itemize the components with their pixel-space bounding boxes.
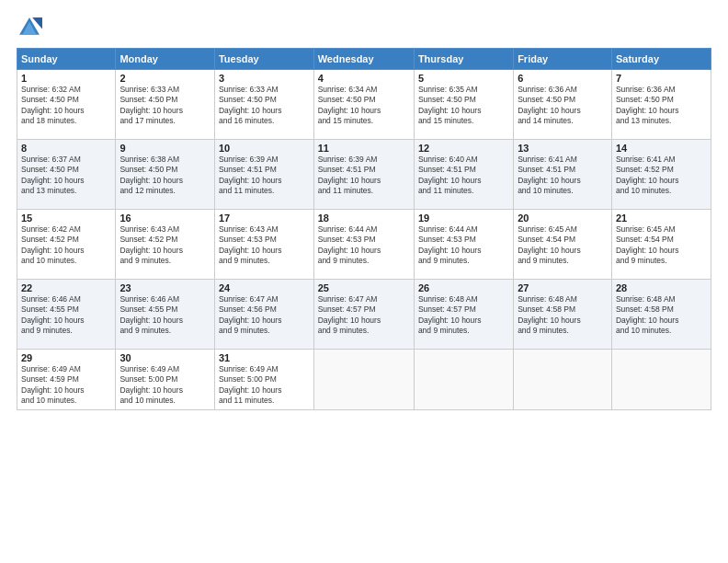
day-number: 24 [219,282,310,293]
calendar-cell: 1Sunrise: 6:32 AM Sunset: 4:50 PM Daylig… [17,70,116,140]
calendar-cell: 7Sunrise: 6:36 AM Sunset: 4:50 PM Daylig… [611,70,711,140]
day-info: Sunrise: 6:43 AM Sunset: 4:53 PM Dayligh… [219,224,310,267]
calendar-cell: 11Sunrise: 6:39 AM Sunset: 4:51 PM Dayli… [313,140,414,210]
day-info: Sunrise: 6:39 AM Sunset: 4:51 PM Dayligh… [219,155,310,197]
calendar-cell: 30Sunrise: 6:49 AM Sunset: 5:00 PM Dayli… [116,350,215,410]
day-number: 18 [318,213,410,224]
calendar-cell: 10Sunrise: 6:39 AM Sunset: 4:51 PM Dayli… [214,140,313,210]
calendar-header-monday: Monday [116,49,215,70]
calendar-cell: 6Sunrise: 6:36 AM Sunset: 4:50 PM Daylig… [514,70,612,140]
day-info: Sunrise: 6:34 AM Sunset: 4:50 PM Dayligh… [318,85,410,127]
day-info: Sunrise: 6:49 AM Sunset: 5:00 PM Dayligh… [119,364,210,407]
calendar-cell: 22Sunrise: 6:46 AM Sunset: 4:55 PM Dayli… [17,280,116,350]
day-info: Sunrise: 6:48 AM Sunset: 4:57 PM Dayligh… [418,294,509,337]
calendar-cell [414,350,513,410]
day-info: Sunrise: 6:41 AM Sunset: 4:51 PM Dayligh… [518,155,608,197]
day-number: 26 [418,282,509,293]
calendar-cell: 29Sunrise: 6:49 AM Sunset: 4:59 PM Dayli… [17,350,116,410]
day-info: Sunrise: 6:46 AM Sunset: 4:55 PM Dayligh… [119,294,210,337]
day-info: Sunrise: 6:33 AM Sunset: 4:50 PM Dayligh… [219,85,310,127]
day-number: 25 [318,282,410,293]
calendar-cell: 18Sunrise: 6:44 AM Sunset: 4:53 PM Dayli… [313,210,414,280]
calendar-week-row: 1Sunrise: 6:32 AM Sunset: 4:50 PM Daylig… [17,70,711,140]
day-info: Sunrise: 6:36 AM Sunset: 4:50 PM Dayligh… [616,85,707,127]
calendar-header-sunday: Sunday [17,49,116,70]
day-info: Sunrise: 6:33 AM Sunset: 4:50 PM Dayligh… [119,85,210,127]
calendar-cell: 31Sunrise: 6:49 AM Sunset: 5:00 PM Dayli… [214,350,313,410]
day-number: 28 [616,282,707,293]
day-number: 14 [616,143,707,154]
logo-icon [17,15,42,40]
day-number: 31 [219,352,310,363]
calendar-cell: 19Sunrise: 6:44 AM Sunset: 4:53 PM Dayli… [414,210,513,280]
day-info: Sunrise: 6:47 AM Sunset: 4:57 PM Dayligh… [318,294,410,337]
calendar-cell: 28Sunrise: 6:48 AM Sunset: 4:58 PM Dayli… [611,280,711,350]
day-number: 29 [21,352,111,363]
calendar-header-thursday: Thursday [414,49,513,70]
calendar-cell: 23Sunrise: 6:46 AM Sunset: 4:55 PM Dayli… [116,280,215,350]
calendar-cell: 15Sunrise: 6:42 AM Sunset: 4:52 PM Dayli… [17,210,116,280]
calendar-cell: 26Sunrise: 6:48 AM Sunset: 4:57 PM Dayli… [414,280,513,350]
day-info: Sunrise: 6:36 AM Sunset: 4:50 PM Dayligh… [518,85,608,127]
day-info: Sunrise: 6:40 AM Sunset: 4:51 PM Dayligh… [418,155,509,197]
calendar-cell: 27Sunrise: 6:48 AM Sunset: 4:58 PM Dayli… [514,280,612,350]
day-number: 4 [318,73,410,84]
day-info: Sunrise: 6:45 AM Sunset: 4:54 PM Dayligh… [616,224,707,267]
calendar-week-row: 8Sunrise: 6:37 AM Sunset: 4:50 PM Daylig… [17,140,711,210]
calendar-cell: 5Sunrise: 6:35 AM Sunset: 4:50 PM Daylig… [414,70,513,140]
calendar-cell: 20Sunrise: 6:45 AM Sunset: 4:54 PM Dayli… [514,210,612,280]
day-number: 16 [119,213,210,224]
calendar-week-row: 29Sunrise: 6:49 AM Sunset: 4:59 PM Dayli… [17,350,711,410]
day-info: Sunrise: 6:44 AM Sunset: 4:53 PM Dayligh… [418,224,509,267]
day-number: 23 [119,282,210,293]
calendar-week-row: 22Sunrise: 6:46 AM Sunset: 4:55 PM Dayli… [17,280,711,350]
calendar-cell: 12Sunrise: 6:40 AM Sunset: 4:51 PM Dayli… [414,140,513,210]
day-info: Sunrise: 6:39 AM Sunset: 4:51 PM Dayligh… [318,155,410,197]
calendar-cell: 2Sunrise: 6:33 AM Sunset: 4:50 PM Daylig… [116,70,215,140]
page: SundayMondayTuesdayWednesdayThursdayFrid… [0,0,728,563]
calendar-cell: 24Sunrise: 6:47 AM Sunset: 4:56 PM Dayli… [214,280,313,350]
calendar-cell [514,350,612,410]
day-number: 27 [518,282,608,293]
calendar: SundayMondayTuesdayWednesdayThursdayFrid… [17,48,711,410]
calendar-cell [611,350,711,410]
day-number: 1 [21,73,111,84]
calendar-header-tuesday: Tuesday [214,49,313,70]
calendar-header-friday: Friday [514,49,612,70]
calendar-cell: 4Sunrise: 6:34 AM Sunset: 4:50 PM Daylig… [313,70,414,140]
day-number: 2 [119,73,210,84]
day-number: 9 [119,143,210,154]
day-info: Sunrise: 6:48 AM Sunset: 4:58 PM Dayligh… [616,294,707,337]
day-number: 12 [418,143,509,154]
day-number: 6 [518,73,608,84]
logo [17,15,46,40]
day-info: Sunrise: 6:35 AM Sunset: 4:50 PM Dayligh… [418,85,509,127]
day-number: 15 [21,213,111,224]
day-info: Sunrise: 6:38 AM Sunset: 4:50 PM Dayligh… [119,155,210,197]
calendar-cell: 9Sunrise: 6:38 AM Sunset: 4:50 PM Daylig… [116,140,215,210]
calendar-header-wednesday: Wednesday [313,49,414,70]
calendar-cell: 25Sunrise: 6:47 AM Sunset: 4:57 PM Dayli… [313,280,414,350]
day-info: Sunrise: 6:46 AM Sunset: 4:55 PM Dayligh… [21,294,111,337]
calendar-cell: 16Sunrise: 6:43 AM Sunset: 4:52 PM Dayli… [116,210,215,280]
day-number: 20 [518,213,608,224]
calendar-header-saturday: Saturday [611,49,711,70]
calendar-cell: 3Sunrise: 6:33 AM Sunset: 4:50 PM Daylig… [214,70,313,140]
day-number: 13 [518,143,608,154]
day-number: 19 [418,213,509,224]
day-info: Sunrise: 6:37 AM Sunset: 4:50 PM Dayligh… [21,155,111,197]
day-info: Sunrise: 6:43 AM Sunset: 4:52 PM Dayligh… [119,224,210,267]
calendar-cell: 14Sunrise: 6:41 AM Sunset: 4:52 PM Dayli… [611,140,711,210]
day-info: Sunrise: 6:41 AM Sunset: 4:52 PM Dayligh… [616,155,707,197]
day-info: Sunrise: 6:49 AM Sunset: 4:59 PM Dayligh… [21,364,111,407]
calendar-cell: 17Sunrise: 6:43 AM Sunset: 4:53 PM Dayli… [214,210,313,280]
day-info: Sunrise: 6:42 AM Sunset: 4:52 PM Dayligh… [21,224,111,267]
day-number: 10 [219,143,310,154]
calendar-cell: 13Sunrise: 6:41 AM Sunset: 4:51 PM Dayli… [514,140,612,210]
day-number: 8 [21,143,111,154]
header [17,15,711,40]
calendar-cell: 21Sunrise: 6:45 AM Sunset: 4:54 PM Dayli… [611,210,711,280]
day-number: 22 [21,282,111,293]
calendar-week-row: 15Sunrise: 6:42 AM Sunset: 4:52 PM Dayli… [17,210,711,280]
calendar-cell [313,350,414,410]
